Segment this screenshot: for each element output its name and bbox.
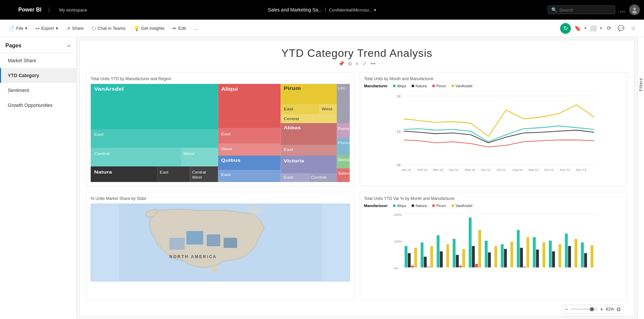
svg-rect-111 — [504, 249, 507, 268]
svg-text:Oct-14: Oct-14 — [544, 168, 553, 172]
expand-icon[interactable]: ⤢ — [362, 61, 367, 67]
svg-rect-123 — [552, 251, 555, 267]
svg-text:2K: 2K — [397, 95, 401, 98]
chat-in-teams-button[interactable]: ⬡ Chat in Teams — [88, 24, 129, 33]
filters-panel[interactable]: Filters — [637, 37, 644, 319]
svg-text:Aliqui: Aliqui — [221, 86, 238, 92]
line-chart-svg: 2K 1K 0K — [364, 91, 623, 175]
get-insights-button[interactable]: 💡 Get insights — [130, 24, 168, 33]
filters-label: Filters — [639, 78, 643, 91]
svg-rect-97 — [446, 244, 449, 267]
zoom-in-button[interactable]: + — [600, 306, 603, 312]
search-input[interactable] — [559, 7, 610, 13]
sidebar-item-growth-opportunities[interactable]: Growth Opportunities — [0, 98, 76, 113]
workspace-label[interactable]: My workspace — [59, 7, 87, 13]
svg-rect-77 — [170, 238, 185, 250]
svg-rect-94 — [437, 235, 439, 268]
export-icon: ↦ — [36, 26, 40, 31]
bar-chart-svg: 200% 100% 0% — [364, 210, 623, 278]
svg-text:1K: 1K — [397, 130, 401, 134]
charts-grid: Total Units YTD by Manufacturer and Regi… — [86, 72, 627, 300]
reload-button[interactable]: ⟳ — [603, 23, 614, 34]
chart4-legend-pirum: Pirum — [432, 204, 446, 208]
toolbar-more-button[interactable]: ... — [191, 24, 201, 33]
svg-text:East: East — [221, 173, 231, 177]
nav-right: 🔍 ... — [548, 4, 640, 15]
svg-rect-110 — [501, 244, 503, 267]
view-button[interactable]: ⬜ — [588, 23, 599, 34]
svg-text:Mar-14: Mar-14 — [433, 168, 443, 172]
comments-button[interactable]: 💬 — [616, 23, 626, 34]
zoom-out-button[interactable]: − — [565, 306, 568, 312]
more-options-button[interactable]: ... — [619, 6, 625, 14]
bookmark-button[interactable]: 🔖 — [572, 23, 583, 34]
nav-separator: | — [325, 7, 326, 13]
svg-point-0 — [633, 7, 636, 10]
svg-text:Central: Central — [94, 152, 109, 156]
svg-rect-125 — [558, 244, 561, 267]
insights-icon: 💡 — [134, 26, 139, 31]
file-button[interactable]: 📄 File ▾ — [5, 24, 31, 33]
edit-button[interactable]: ✏ Edit — [169, 24, 189, 33]
sidebar-collapse-button[interactable]: ‹‹ — [67, 43, 71, 49]
filter-icon[interactable]: ≡ — [356, 61, 358, 67]
treemap-svg: VanArsdel East Central West Natura East — [91, 84, 350, 182]
sidebar-item-sentiment[interactable]: Sentiment — [0, 83, 76, 98]
map-placeholder[interactable]: NORTH AMERICA — [91, 204, 350, 281]
avatar[interactable] — [629, 4, 640, 15]
share-icon: ↗ — [66, 26, 70, 31]
svg-point-1 — [632, 11, 637, 14]
chart2-legend: Manufacturer Aliqui Natura Pirum VanArsd… — [364, 84, 623, 88]
svg-rect-93 — [430, 246, 433, 267]
svg-text:West: West — [322, 107, 333, 111]
svg-text:Central: Central — [284, 117, 299, 121]
svg-rect-90 — [420, 243, 423, 268]
svg-rect-4 — [91, 129, 218, 148]
svg-text:Sep-14: Sep-14 — [528, 168, 538, 172]
share-button[interactable]: ↗ Share — [63, 24, 87, 33]
sidebar-item-market-share[interactable]: Market Share — [0, 53, 76, 68]
bar-chart: Total Units YTD Var % by Month and Manuf… — [360, 192, 628, 300]
svg-text:West: West — [183, 152, 194, 156]
chart4-legend-natura: Natura — [412, 204, 427, 208]
star-button[interactable]: ☆ — [628, 23, 639, 34]
sidebar-item-ytd-category[interactable]: YTD Category — [0, 68, 76, 83]
file-icon: 📄 — [9, 26, 15, 31]
svg-text:Abbas: Abbas — [284, 126, 301, 130]
ellipsis-icon[interactable]: ••• — [371, 61, 376, 67]
legend-natura: Natura — [412, 84, 427, 88]
search-box[interactable]: 🔍 — [548, 5, 615, 14]
teams-icon: ⬡ — [92, 26, 96, 31]
svg-text:NORTH AMERICA: NORTH AMERICA — [169, 254, 217, 259]
sidebar-title: Pages — [5, 43, 21, 49]
svg-text:East: East — [284, 147, 293, 152]
report-title-nav: Sales and Marketing Sa... — [268, 7, 322, 13]
svg-text:VanArsdel: VanArsdel — [94, 86, 124, 92]
fit-screen-button[interactable]: ⊡ — [617, 306, 621, 312]
svg-text:Barba: Barba — [338, 158, 350, 161]
svg-rect-105 — [478, 230, 481, 268]
ms-logo-blue — [4, 10, 7, 14]
chart4-legend: Manufacturer Aliqui Natura Pirum VanArsd… — [364, 204, 623, 208]
zoom-slider[interactable] — [571, 309, 598, 310]
zoom-bar: − + 81% ⊡ — [562, 305, 624, 314]
export-button[interactable]: ↦ Export ▾ — [32, 24, 62, 33]
refresh-button[interactable]: ↻ — [560, 23, 571, 34]
svg-text:Fama: Fama — [338, 127, 349, 130]
pin-icon[interactable]: 📌 — [338, 61, 344, 67]
chart1-title: Total Units YTD by Manufacturer and Regi… — [91, 76, 350, 81]
copy-icon[interactable]: ⧉ — [348, 61, 352, 67]
confidential-label[interactable]: Confidential\Microso... ▾ — [329, 7, 376, 13]
svg-text:Central: Central — [311, 175, 326, 179]
map-chart: % Units Market Share by State — [86, 192, 354, 300]
legend-manufacturer-label: Manufacturer — [364, 84, 388, 88]
export-chevron: ▾ — [56, 26, 58, 31]
svg-text:Natura: Natura — [94, 170, 112, 175]
svg-text:Jun-14: Jun-14 — [481, 168, 490, 172]
treemap[interactable]: VanArsdel East Central West Natura East — [91, 84, 350, 182]
svg-text:Pomum: Pomum — [338, 141, 350, 144]
powerbi-label: Power BI — [18, 7, 41, 13]
svg-text:Aug-14: Aug-14 — [512, 168, 522, 172]
svg-text:0K: 0K — [397, 163, 401, 167]
svg-rect-121 — [542, 243, 545, 268]
